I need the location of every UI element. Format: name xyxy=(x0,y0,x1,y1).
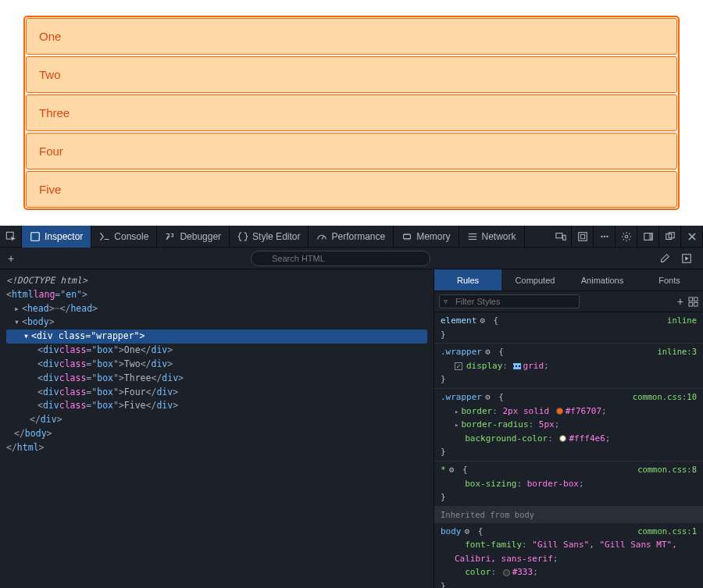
box-item: Two xyxy=(26,56,677,93)
expand-shorthand-icon[interactable]: ▸ xyxy=(455,408,459,415)
svg-rect-15 xyxy=(578,232,587,241)
color-swatch-icon[interactable] xyxy=(559,435,566,442)
svg-rect-30 xyxy=(694,297,698,301)
eyedropper-button[interactable] xyxy=(659,253,681,264)
tab-network[interactable]: Network xyxy=(459,226,525,248)
toggle-pseudo-button[interactable] xyxy=(688,297,698,307)
add-rule-button[interactable]: + xyxy=(677,295,683,308)
rules-pane: Rules Computed Animations Fonts ▿ + elem… xyxy=(434,269,703,588)
wrapper-close[interactable]: </div> xyxy=(6,413,427,427)
source-link[interactable]: common.css:1 xyxy=(637,525,697,538)
color-swatch-icon[interactable] xyxy=(503,569,510,576)
markup-view[interactable]: <!DOCTYPE html> <html lang="en"> ▸<head>… xyxy=(0,269,434,588)
filter-bar: ▿ + xyxy=(434,291,703,312)
svg-point-17 xyxy=(601,235,602,237)
close-button[interactable] xyxy=(681,226,703,248)
box-line[interactable]: <div class="box">Five</div> xyxy=(6,399,427,413)
body-close[interactable]: </body> xyxy=(6,427,427,441)
rule-star[interactable]: *⚙ { common.css:8 box-sizing: border-box… xyxy=(434,461,703,507)
dock-side-button[interactable] xyxy=(637,226,659,248)
gear-icon[interactable]: ⚙ xyxy=(449,465,455,475)
gauge-icon xyxy=(316,231,327,242)
tab-debugger[interactable]: Debugger xyxy=(157,226,230,248)
tab-performance[interactable]: Performance xyxy=(309,226,394,248)
tab-computed[interactable]: Computed xyxy=(501,269,569,290)
svg-rect-29 xyxy=(689,297,693,301)
gear-icon[interactable]: ⚙ xyxy=(485,347,491,357)
svg-point-18 xyxy=(603,235,605,237)
rules-list: element⚙ { inline } .wrapper⚙ { inline:3… xyxy=(434,312,703,588)
devtools-toolbar: Inspector Console Debugger Style Editor … xyxy=(0,226,703,248)
memory-icon xyxy=(401,231,412,242)
markup-toolbar: + xyxy=(0,248,703,269)
inherited-separator: Inherited from body xyxy=(434,507,703,523)
wrapper-open[interactable]: ▾<div class="wrapper"> xyxy=(6,330,427,344)
svg-rect-16 xyxy=(580,234,584,238)
svg-rect-32 xyxy=(694,302,698,306)
iframe-picker-button[interactable] xyxy=(572,226,594,248)
tab-fonts[interactable]: Fonts xyxy=(636,269,703,290)
tab-inspector[interactable]: Inspector xyxy=(22,226,91,248)
network-icon xyxy=(467,231,478,242)
svg-rect-14 xyxy=(562,235,566,240)
source-link[interactable]: common.css:8 xyxy=(637,463,697,476)
rule-wrapper-css[interactable]: .wrapper⚙ { common.css:10 ▸border: 2px s… xyxy=(434,389,703,461)
collapse-icon[interactable]: ▾ xyxy=(23,330,31,344)
svg-rect-22 xyxy=(648,233,651,240)
box-line[interactable]: <div class="box">One</div> xyxy=(6,344,427,358)
collapse-icon[interactable]: ▾ xyxy=(14,315,22,330)
svg-rect-1 xyxy=(31,232,40,241)
toggle-split-console-button[interactable] xyxy=(681,253,703,264)
svg-rect-13 xyxy=(555,233,562,237)
source-link[interactable]: inline xyxy=(667,314,697,327)
tab-style-editor[interactable]: Style Editor xyxy=(230,226,309,248)
head-line[interactable]: ▸<head>⋯</head> xyxy=(6,302,427,316)
grid-wrapper: One Two Three Four Five xyxy=(23,16,680,210)
body-open[interactable]: ▾<body> xyxy=(6,315,427,330)
tab-animations[interactable]: Animations xyxy=(569,269,636,290)
expand-shorthand-icon[interactable]: ▸ xyxy=(455,421,459,429)
tab-memory[interactable]: Memory xyxy=(394,226,459,248)
gear-icon[interactable]: ⚙ xyxy=(485,392,491,402)
tab-rules[interactable]: Rules xyxy=(434,269,501,290)
tab-label: Performance xyxy=(331,231,385,242)
gear-icon[interactable]: ⚙ xyxy=(465,526,470,536)
color-swatch-icon[interactable] xyxy=(556,408,563,415)
search-html-input[interactable] xyxy=(251,251,430,266)
page-preview: One Two Three Four Five xyxy=(0,0,703,226)
box-line[interactable]: <div class="box">Three</div> xyxy=(6,372,427,386)
source-link[interactable]: common.css:10 xyxy=(633,390,697,404)
rule-element[interactable]: element⚙ { inline } xyxy=(434,312,703,344)
rule-body[interactable]: body⚙ { common.css:1 font-family: "Gill … xyxy=(434,523,703,588)
box-line[interactable]: <div class="box">Two</div> xyxy=(6,358,427,372)
box-line[interactable]: <div class="box">Four</div> xyxy=(6,386,427,400)
tab-label: Memory xyxy=(416,231,450,242)
gear-icon[interactable]: ⚙ xyxy=(480,315,485,326)
grid-swatch-icon[interactable] xyxy=(513,363,521,369)
html-open[interactable]: <html lang="en"> xyxy=(6,288,427,302)
options-button[interactable] xyxy=(594,226,616,248)
html-close[interactable]: </html> xyxy=(6,441,427,455)
filter-styles-input[interactable] xyxy=(439,294,580,308)
expand-icon[interactable]: ▸ xyxy=(14,302,22,316)
element-picker-button[interactable] xyxy=(0,226,22,248)
svg-point-20 xyxy=(625,235,628,238)
new-node-button[interactable]: + xyxy=(0,252,22,265)
box-item: Five xyxy=(26,171,677,208)
gear-icon xyxy=(621,231,632,242)
box-item: Three xyxy=(26,94,677,131)
tab-label: Style Editor xyxy=(252,231,300,242)
responsive-mode-button[interactable] xyxy=(550,226,572,248)
tab-label: Debugger xyxy=(180,231,221,242)
svg-line-2 xyxy=(322,236,324,239)
source-link[interactable]: inline:3 xyxy=(657,345,697,358)
rule-wrapper-inline[interactable]: .wrapper⚙ { inline:3 ✓display: grid; } xyxy=(434,344,703,389)
dock-window-button[interactable] xyxy=(659,226,681,248)
box-item: One xyxy=(26,18,677,55)
toggle-declaration-checkbox[interactable]: ✓ xyxy=(455,362,462,370)
svg-marker-28 xyxy=(685,256,688,260)
debugger-icon xyxy=(165,231,176,242)
close-icon xyxy=(687,232,697,241)
settings-button[interactable] xyxy=(616,226,637,248)
tab-console[interactable]: Console xyxy=(91,226,157,248)
